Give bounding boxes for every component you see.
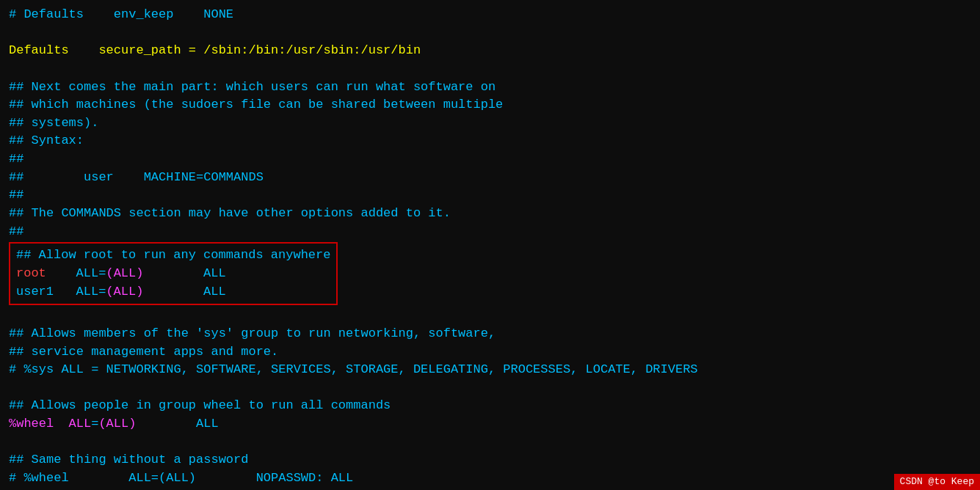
line-comment-6: ## user MACHINE=COMMANDS [9,169,971,187]
bottom-bar: CSDN @to Keep [894,474,980,490]
line-blank-1 [9,24,971,43]
line-sys-comment-1: ## Allows members of the 'sys' group to … [9,325,971,343]
line-user1-rule: user1 ALL=(ALL) ALL [16,283,330,301]
line-comment-1: ## Next comes the main part: which users… [9,78,971,97]
line-comment-4: ## Syntax: [9,132,971,150]
terminal-window: # Defaults env_keep NONE Defaults secure… [0,0,980,490]
line-comment-3: ## systems). [9,114,971,133]
highlighted-block: ## Allow root to run any commands anywhe… [9,242,338,305]
line-blank-3 [9,307,971,325]
line-secure-path: Defaults secure_path = /sbin:/bin:/usr/s… [9,42,971,60]
line-sys-rule: # %sys ALL = NETWORKING, SOFTWARE, SERVI… [9,361,971,379]
line-wheel-comment: ## Allows people in group wheel to run a… [9,397,971,415]
line-blank-5 [9,434,971,452]
line-cursor [9,488,971,490]
line-blank-4 [9,379,971,398]
line-comment-9: ## [9,223,971,241]
line-comment-7: ## [9,186,971,205]
line-wheel-rule: %wheel ALL=(ALL) ALL [9,415,971,434]
line-blank-2 [9,60,971,78]
line-root-rule: root ALL=(ALL) ALL [16,265,330,283]
line-comment-5: ## [9,150,971,169]
line-comment-8: ## The COMMANDS section may have other o… [9,205,971,223]
line-allow-root-comment: ## Allow root to run any commands anywhe… [16,246,330,265]
line-defaults-env: # Defaults env_keep NONE [9,6,971,24]
line-nopasswd-rule: # %wheel ALL=(ALL) NOPASSWD: ALL [9,469,971,488]
line-sys-comment-2: ## service management apps and more. [9,343,971,362]
line-nopasswd-comment: ## Same thing without a password [9,451,971,469]
line-comment-2: ## which machines (the sudoers file can … [9,96,971,114]
